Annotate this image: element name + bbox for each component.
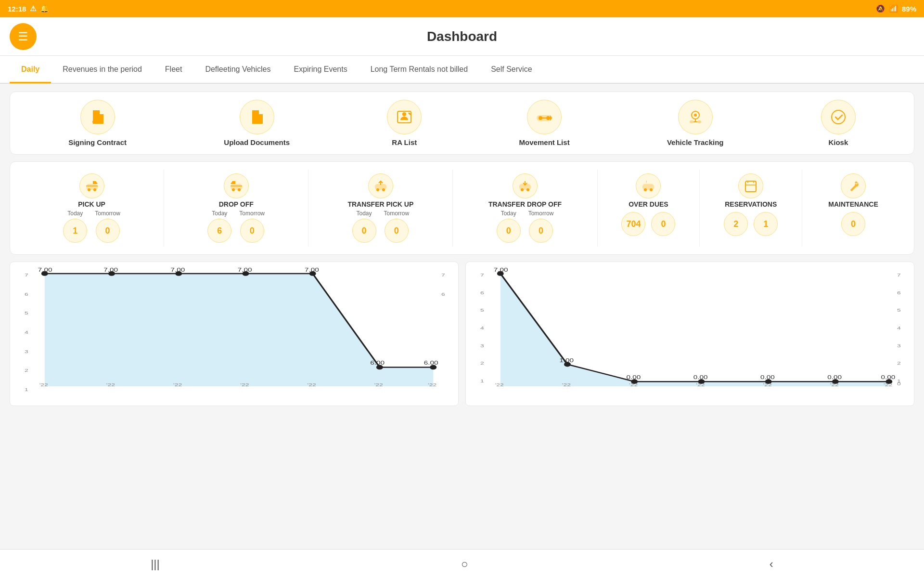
transfer-dropoff-today-badge[interactable]: 0 <box>497 219 521 243</box>
dropoff-title: DROP OFF <box>219 200 254 208</box>
transfer-pickup-icon <box>368 173 393 198</box>
tab-expiring[interactable]: Expiring Events <box>282 56 359 83</box>
transfer-dropoff-title: TRANSFER DROP OFF <box>488 200 562 208</box>
tab-longterm[interactable]: Long Term Rentals not billed <box>359 56 480 83</box>
transfer-pickup-tomorrow-badge[interactable]: 0 <box>385 219 409 243</box>
vehicle-tracking-icon <box>687 108 704 126</box>
dropoff-tomorrow-badge[interactable]: 0 <box>240 219 264 243</box>
header: ☰ Dashboard <box>0 17 924 56</box>
reservations-title: RESERVATIONS <box>725 200 777 208</box>
svg-text:'22: '22 <box>495 382 504 387</box>
svg-text:7: 7 <box>441 272 445 277</box>
overdues-title: OVER DUES <box>629 200 668 208</box>
svg-text:'22: '22 <box>173 382 182 387</box>
overdues-stat-group: ! OVER DUES 704 0 <box>598 170 700 247</box>
movement-list-action[interactable]: Movement List <box>519 100 570 146</box>
tab-revenues[interactable]: Revenues in the period <box>51 56 154 83</box>
overdues-badge2[interactable]: 0 <box>651 212 675 236</box>
ra-list-action[interactable]: RA List <box>387 100 422 146</box>
overdues-icon: ! <box>636 173 661 198</box>
pickup-today-sub: Today 1 <box>63 210 87 243</box>
svg-rect-23 <box>642 184 654 190</box>
svg-text:2: 2 <box>897 360 901 366</box>
bottom-menu-button[interactable]: ||| <box>131 553 179 575</box>
svg-text:1.00: 1.00 <box>559 358 574 364</box>
svg-text:7: 7 <box>897 272 901 277</box>
tab-bar: Daily Revenues in the period Fleet Defle… <box>0 56 924 84</box>
svg-text:'22: '22 <box>830 382 839 387</box>
svg-text:3: 3 <box>897 343 901 348</box>
dropoff-today-badge[interactable]: 6 <box>207 219 231 243</box>
maintenance-badge1[interactable]: 0 <box>841 212 865 236</box>
ra-list-icon <box>396 108 413 126</box>
svg-text:7.00: 7.00 <box>38 267 52 273</box>
upload-documents-action[interactable]: Upload Documents <box>224 100 290 146</box>
transfer-dropoff-tomorrow-badge[interactable]: 0 <box>529 219 553 243</box>
menu-button[interactable]: ☰ <box>10 23 37 50</box>
overdues-badges: 704 0 <box>621 212 675 236</box>
tab-daily[interactable]: Daily <box>10 56 51 83</box>
pickup-tomorrow-sub: Tomorrow 0 <box>95 210 120 243</box>
svg-text:0.00: 0.00 <box>827 374 842 380</box>
vehicle-tracking-icon-circle <box>678 100 713 134</box>
svg-point-25 <box>650 188 653 191</box>
svg-text:6: 6 <box>480 290 484 295</box>
upload-documents-icon <box>248 108 266 126</box>
tab-selfservice[interactable]: Self Service <box>479 56 543 83</box>
pickup-title: PICK UP <box>78 200 105 208</box>
svg-text:7: 7 <box>480 272 484 277</box>
pickup-today-label: Today <box>67 210 83 217</box>
mute-icon: 🔕 <box>876 4 885 13</box>
signing-contract-label: Signing Contract <box>68 138 127 146</box>
svg-text:0.00: 0.00 <box>693 374 708 380</box>
svg-text:7.00: 7.00 <box>103 267 118 273</box>
ra-list-icon-circle <box>387 100 422 134</box>
bottom-back-button[interactable]: ‹ <box>750 553 793 575</box>
transfer-pickup-today-badge[interactable]: 0 <box>352 219 376 243</box>
vehicle-tracking-action[interactable]: Vehicle Tracking <box>667 100 724 146</box>
svg-text:7.00: 7.00 <box>494 267 508 273</box>
quick-actions-row: Signing Contract Upload Documents <box>20 100 904 146</box>
tab-defleeting[interactable]: Defleeting Vehicles <box>193 56 282 83</box>
svg-text:6: 6 <box>25 291 28 297</box>
wifi-icon: 📶 <box>889 4 898 13</box>
svg-point-21 <box>521 188 524 191</box>
left-chart-container: 7 6 5 4 3 2 1 7.00 <box>10 262 459 406</box>
pickup-tomorrow-badge[interactable]: 0 <box>96 219 120 243</box>
kiosk-action[interactable]: Kiosk <box>821 100 856 146</box>
svg-text:'22: '22 <box>696 382 705 387</box>
svg-point-2 <box>402 112 406 116</box>
svg-point-19 <box>382 188 385 191</box>
status-right: 🔕 📶 89% <box>876 4 916 13</box>
svg-text:'22: '22 <box>763 382 772 387</box>
maintenance-stat-group: MAINTENANCE 0 <box>802 170 904 247</box>
pickup-today-badge[interactable]: 1 <box>63 219 87 243</box>
dropoff-tomorrow-sub: Tomorrow 0 <box>239 210 265 243</box>
svg-text:4: 4 <box>25 329 28 335</box>
upload-documents-label: Upload Documents <box>224 138 290 146</box>
reservations-badge2[interactable]: 1 <box>754 212 778 236</box>
svg-text:'22: '22 <box>106 382 115 387</box>
reservations-badge1[interactable]: 2 <box>724 212 748 236</box>
overdues-badge1[interactable]: 704 <box>621 212 645 236</box>
ra-list-label: RA List <box>392 138 417 146</box>
transfer-pickup-title: TRANSFER PICK UP <box>347 200 413 208</box>
svg-text:3: 3 <box>25 349 28 354</box>
notification-icon: 🔔 <box>40 4 49 13</box>
kiosk-icon <box>830 108 847 126</box>
svg-point-4 <box>539 116 542 120</box>
stats-row: PICK UP Today 1 Tomorrow 0 <box>20 170 904 247</box>
transfer-pickup-tomorrow-label: Tomorrow <box>384 210 410 217</box>
svg-text:0.00: 0.00 <box>760 374 775 380</box>
signing-contract-action[interactable]: Signing Contract <box>68 100 127 146</box>
vehicle-tracking-label: Vehicle Tracking <box>667 138 724 146</box>
dropoff-sub-row: Today 6 Tomorrow 0 <box>207 210 265 243</box>
battery-display: 89% <box>902 5 916 13</box>
svg-text:5: 5 <box>480 307 484 313</box>
bottom-home-button[interactable]: ○ <box>442 553 488 575</box>
reservations-stat-group: RESERVATIONS 2 1 <box>700 170 802 247</box>
pickup-stat-group: PICK UP Today 1 Tomorrow 0 <box>20 170 164 247</box>
svg-text:!: ! <box>646 180 647 184</box>
tab-fleet[interactable]: Fleet <box>154 56 194 83</box>
svg-text:'22: '22 <box>308 382 316 387</box>
